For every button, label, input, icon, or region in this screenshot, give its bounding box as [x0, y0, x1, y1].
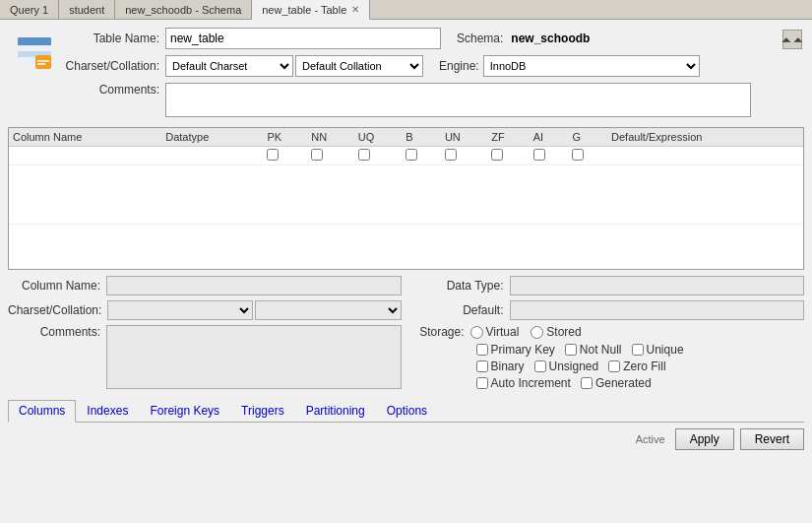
engine-label: Engine:	[439, 59, 479, 73]
column-table-header-row: Column Name Datatype PK NN UQ B UN ZF AI…	[9, 128, 803, 147]
revert-button[interactable]: Revert	[740, 428, 804, 450]
detail-column-name-label: Column Name:	[8, 279, 106, 293]
generated-checkbox[interactable]	[581, 377, 593, 389]
col-header-pk: PK	[263, 128, 307, 147]
charset-row: Charset/Collation: Default Charset Defau…	[57, 55, 804, 77]
empty-checkbox-row	[9, 147, 803, 165]
engine-select[interactable]: InnoDB	[483, 55, 700, 77]
bottom-tab-indexes[interactable]: Indexes	[76, 400, 139, 422]
action-bar: Active Apply Revert	[8, 428, 804, 450]
col-header-uq: UQ	[354, 128, 403, 147]
tab-query1[interactable]: Query 1	[0, 0, 59, 19]
column-table-body	[9, 165, 803, 225]
auto-increment-checkbox[interactable]	[476, 377, 488, 389]
table-name-label: Table Name:	[57, 32, 165, 45]
close-icon[interactable]: ✕	[351, 4, 359, 15]
tab-new-table[interactable]: new_table - Table ✕	[252, 0, 370, 20]
collapse-button[interactable]: ⏶⏶	[782, 30, 802, 49]
comments-row: Comments:	[57, 83, 804, 117]
col-header-zf: ZF	[487, 128, 530, 147]
detail-left: Column Name: Charset/Collation: Comments…	[8, 276, 402, 394]
detail-comments-textarea[interactable]	[106, 325, 402, 389]
col-pk-check[interactable]	[267, 149, 279, 161]
col-ai-check[interactable]	[533, 149, 545, 161]
cb-unique[interactable]: Unique	[632, 343, 684, 357]
primary-key-checkbox[interactable]	[476, 344, 488, 356]
main-content: Table Name: Schema: new_schoodb ⏶⏶ Chars…	[0, 20, 812, 523]
cb-binary[interactable]: Binary	[476, 360, 525, 373]
col-nn-check[interactable]	[311, 149, 323, 161]
not-null-label: Not Null	[580, 343, 622, 357]
storage-virtual[interactable]: Virtual	[470, 325, 520, 339]
detail-right: Data Type: Default: Storage: Virtual S	[411, 276, 805, 394]
cb-auto-increment[interactable]: Auto Increment	[476, 376, 571, 390]
table-name-row: Table Name: Schema: new_schoodb ⏶⏶	[57, 28, 804, 49]
bottom-tab-columns[interactable]: Columns	[8, 400, 76, 423]
detail-datatype-row: Data Type:	[411, 276, 805, 295]
storage-virtual-radio[interactable]	[470, 326, 483, 339]
tab-student-label: student	[69, 4, 104, 16]
binary-checkbox[interactable]	[476, 360, 488, 372]
storage-label: Storage:	[411, 325, 470, 339]
detail-datatype-input[interactable]	[510, 276, 805, 295]
detail-comments-row: Comments:	[8, 325, 402, 389]
checkbox-area: Primary Key Not Null Unique Binary	[476, 343, 805, 390]
zero-fill-label: Zero Fill	[623, 360, 665, 373]
tab-student[interactable]: student	[59, 0, 115, 19]
primary-key-label: Primary Key	[491, 343, 555, 357]
col-header-un: UN	[441, 128, 487, 147]
detail-charset-label: Charset/Collation:	[8, 303, 107, 317]
charset-label: Charset/Collation:	[57, 59, 165, 73]
unsigned-checkbox[interactable]	[534, 360, 546, 372]
bottom-tab-triggers[interactable]: Triggers	[230, 400, 295, 422]
zero-fill-checkbox[interactable]	[608, 360, 620, 372]
svg-rect-1	[18, 37, 51, 45]
detail-default-input[interactable]	[510, 300, 805, 320]
binary-label: Binary	[491, 360, 525, 373]
detail-column-name-input[interactable]	[106, 276, 402, 295]
col-un-check[interactable]	[445, 149, 457, 161]
collation-select[interactable]: Default Collation	[295, 55, 423, 77]
cb-primary-key[interactable]: Primary Key	[476, 343, 555, 357]
detail-form: Column Name: Charset/Collation: Comments…	[8, 276, 804, 394]
auto-increment-label: Auto Increment	[491, 376, 571, 390]
svg-rect-2	[18, 45, 51, 51]
schema-value: new_schoodb	[511, 32, 590, 45]
col-header-default: Default/Expression	[607, 128, 803, 147]
table-name-input[interactable]	[165, 28, 441, 49]
tab-query1-label: Query 1	[10, 4, 48, 16]
detail-collation-select[interactable]	[255, 300, 401, 320]
storage-stored-radio[interactable]	[531, 326, 543, 339]
bottom-tab-foreign-keys[interactable]: Foreign Keys	[139, 400, 230, 422]
col-header-datatype: Datatype	[161, 128, 263, 147]
tab-bar: Query 1 student new_schoodb - Schema new…	[0, 0, 812, 20]
charset-select[interactable]: Default Charset	[165, 55, 293, 77]
cb-not-null[interactable]: Not Null	[565, 343, 622, 357]
col-b-check[interactable]	[406, 149, 417, 161]
comments-textarea[interactable]	[165, 83, 751, 117]
svg-rect-5	[35, 55, 51, 69]
detail-column-name-row: Column Name:	[8, 276, 402, 295]
schema-label: Schema:	[457, 32, 503, 45]
unsigned-label: Unsigned	[549, 360, 599, 373]
cb-generated[interactable]: Generated	[581, 376, 652, 390]
bottom-tab-options[interactable]: Options	[376, 400, 438, 422]
storage-stored[interactable]: Stored	[531, 325, 581, 339]
column-table-wrapper: Column Name Datatype PK NN UQ B UN ZF AI…	[8, 127, 804, 270]
apply-button[interactable]: Apply	[675, 428, 734, 450]
tab-schema[interactable]: new_schoodb - Schema	[115, 0, 252, 19]
unique-label: Unique	[647, 343, 684, 357]
detail-charset-row: Charset/Collation:	[8, 300, 402, 320]
cb-unsigned[interactable]: Unsigned	[534, 360, 599, 373]
bottom-tab-partitioning[interactable]: Partitioning	[295, 400, 376, 422]
cb-zero-fill[interactable]: Zero Fill	[608, 360, 665, 373]
tab-schema-label: new_schoodb - Schema	[125, 4, 241, 16]
unique-checkbox[interactable]	[632, 344, 644, 356]
storage-radio-group: Virtual Stored	[470, 325, 582, 339]
col-zf-check[interactable]	[491, 149, 503, 161]
not-null-checkbox[interactable]	[565, 344, 577, 356]
storage-row: Storage: Virtual Stored	[411, 325, 805, 339]
col-uq-check[interactable]	[358, 149, 370, 161]
col-g-check[interactable]	[572, 149, 584, 161]
detail-charset-select[interactable]	[107, 300, 253, 320]
